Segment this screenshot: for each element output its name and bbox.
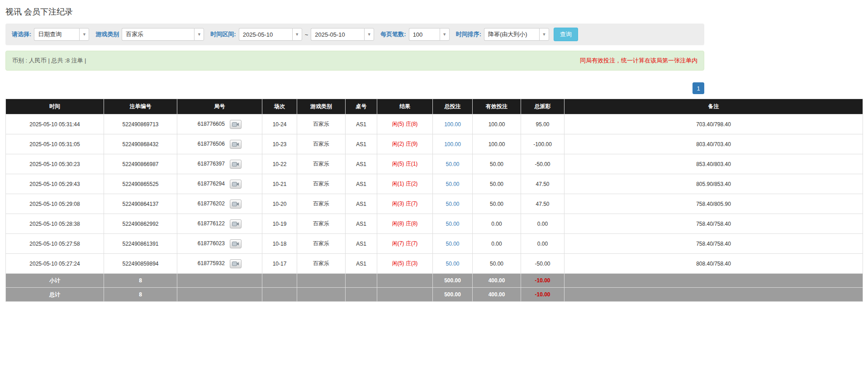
chevron-down-icon[interactable]: ▼ — [292, 28, 302, 41]
result-player: 闲(3) — [392, 200, 404, 207]
cell-time: 2025-05-10 05:29:08 — [6, 194, 104, 214]
result-banker: 庄(7) — [406, 200, 418, 207]
cell-time: 2025-05-10 05:31:05 — [6, 134, 104, 154]
sort-order-select: ▼ — [484, 28, 549, 41]
cell-round-id: 618776397 — [177, 154, 262, 174]
date-to-picker: ▼ — [311, 28, 374, 41]
cell-game-type: 百家乐 — [297, 114, 346, 134]
video-replay-icon[interactable] — [230, 120, 242, 129]
query-type-input[interactable] — [34, 28, 79, 41]
footer-cell: 总计 — [6, 288, 104, 302]
round-id-text: 618776506 — [198, 141, 225, 147]
cell-valid-bet: 50.00 — [473, 194, 521, 214]
round-id-text: 618776397 — [198, 161, 225, 167]
cell-note: 758.40/758.40 — [564, 234, 863, 254]
filter-bar: 请选择: ▼ 游戏类别 ▼ 时间区间: ▼ ~ ▼ 每页笔数: ▼ 时间排序: … — [5, 24, 704, 45]
cell-note: 758.40/805.90 — [564, 194, 863, 214]
chevron-down-icon[interactable]: ▼ — [364, 28, 374, 41]
date-to-input[interactable] — [311, 28, 364, 41]
bet-records-table: 时间注单编号局号场次游戏类别桌号结果总投注有效投注总派彩备注 2025-05-1… — [5, 99, 863, 302]
footer-cell — [177, 288, 262, 302]
table-row: 2025-05-10 05:29:43 522490865525 6187762… — [6, 174, 863, 194]
cell-payout: 47.50 — [521, 194, 564, 214]
cell-round-id: 618776605 — [177, 114, 262, 134]
result-player: 闲(8) — [392, 220, 404, 227]
cell-result: 闲(1) 庄(2) — [377, 174, 433, 194]
cell-payout: 47.50 — [521, 174, 564, 194]
result-player: 闲(2) — [392, 141, 404, 147]
footer-cell: 400.00 — [473, 274, 521, 288]
footer-cell — [262, 288, 297, 302]
table-header-row: 时间注单编号局号场次游戏类别桌号结果总投注有效投注总派彩备注 — [6, 99, 863, 114]
date-from-input[interactable] — [239, 28, 292, 41]
cell-total-bet[interactable]: 50.00 — [433, 234, 473, 254]
footer-cell — [377, 288, 433, 302]
game-type-input[interactable] — [122, 28, 194, 41]
cell-game-type: 百家乐 — [297, 154, 346, 174]
round-id-text: 618775932 — [198, 260, 225, 266]
cell-total-bet[interactable]: 100.00 — [433, 114, 473, 134]
game-type-select: ▼ — [122, 28, 204, 41]
cell-total-bet[interactable]: 50.00 — [433, 154, 473, 174]
chevron-down-icon[interactable]: ▼ — [440, 28, 450, 41]
footer-cell — [262, 274, 297, 288]
video-replay-icon[interactable] — [230, 180, 242, 189]
video-replay-icon[interactable] — [230, 200, 242, 209]
cell-valid-bet: 100.00 — [473, 114, 521, 134]
cell-result: 闲(3) 庄(7) — [377, 194, 433, 214]
cell-result: 闲(7) 庄(7) — [377, 234, 433, 254]
column-header: 局号 — [177, 99, 262, 114]
footer-cell: -10.00 — [521, 288, 564, 302]
video-replay-icon[interactable] — [230, 219, 242, 228]
page-number-button[interactable]: 1 — [693, 82, 704, 94]
cell-total-bet[interactable]: 50.00 — [433, 214, 473, 234]
cell-payout: -50.00 — [521, 254, 564, 274]
cell-session: 10-21 — [262, 174, 297, 194]
table-footer: 小计8500.00400.00-10.00总计8500.00400.00-10.… — [6, 274, 863, 302]
page-size-input[interactable] — [409, 28, 440, 41]
game-type-label: 游戏类别 — [95, 30, 119, 38]
summary-bar: 币别 : 人民币 | 总共 :8 注单 | 同局有效投注，统一计算在该局第一张注… — [5, 51, 704, 71]
round-id-text: 618776023 — [198, 240, 225, 247]
cell-total-bet[interactable]: 50.00 — [433, 254, 473, 274]
sort-order-label: 时间排序: — [456, 30, 481, 38]
cell-session: 10-19 — [262, 214, 297, 234]
cell-total-bet[interactable]: 50.00 — [433, 194, 473, 214]
video-replay-icon[interactable] — [230, 140, 242, 149]
chevron-down-icon[interactable]: ▼ — [539, 28, 549, 41]
result-player: 闲(7) — [392, 240, 404, 247]
video-replay-icon[interactable] — [230, 239, 242, 248]
chevron-down-icon[interactable]: ▼ — [79, 28, 89, 41]
cell-note: 853.40/803.40 — [564, 154, 863, 174]
cell-payout: -50.00 — [521, 154, 564, 174]
cell-valid-bet: 0.00 — [473, 214, 521, 234]
cell-valid-bet: 50.00 — [473, 174, 521, 194]
cell-game-type: 百家乐 — [297, 174, 346, 194]
table-row: 2025-05-10 05:31:44 522490869713 6187766… — [6, 114, 863, 134]
cell-session: 10-22 — [262, 154, 297, 174]
table-row: 2025-05-10 05:27:58 522490861391 6187760… — [6, 234, 863, 254]
cell-result: 闲(2) 庄(9) — [377, 134, 433, 154]
cell-table-no: AS1 — [346, 214, 377, 234]
chevron-down-icon[interactable]: ▼ — [194, 28, 204, 41]
footer-cell: -10.00 — [521, 274, 564, 288]
video-replay-icon[interactable] — [230, 160, 242, 169]
cell-time: 2025-05-10 05:30:23 — [6, 154, 104, 174]
currency-summary-text: 币别 : 人民币 | 总共 :8 注单 | — [12, 57, 86, 65]
search-button[interactable]: 查询 — [554, 28, 578, 41]
cell-note: 803.40/703.40 — [564, 134, 863, 154]
cell-time: 2025-05-10 05:27:58 — [6, 234, 104, 254]
table-footer-row: 小计8500.00400.00-10.00 — [6, 274, 863, 288]
cell-total-bet[interactable]: 50.00 — [433, 174, 473, 194]
cell-bet-id: 522490868432 — [104, 134, 177, 154]
footer-cell — [564, 288, 863, 302]
cell-round-id: 618776294 — [177, 174, 262, 194]
video-replay-icon[interactable] — [230, 259, 242, 268]
result-player: 闲(5) — [392, 260, 404, 266]
result-player: 闲(5) — [392, 121, 404, 127]
cell-time: 2025-05-10 05:31:44 — [6, 114, 104, 134]
cell-bet-id: 522490862992 — [104, 214, 177, 234]
cell-total-bet[interactable]: 100.00 — [433, 134, 473, 154]
sort-order-input[interactable] — [484, 28, 539, 41]
column-header: 备注 — [564, 99, 863, 114]
